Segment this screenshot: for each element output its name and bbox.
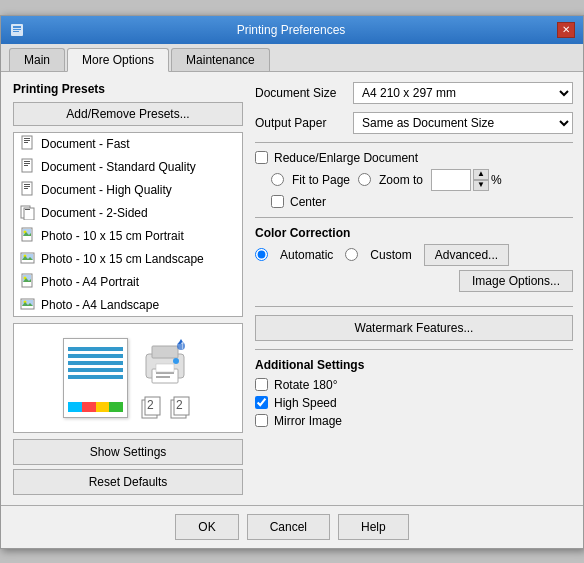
paper-stack-icon-1: 2 [139, 395, 164, 420]
tab-content: Printing Presets Add/Remove Presets... D… [1, 72, 583, 505]
show-settings-button[interactable]: Show Settings [13, 439, 243, 465]
reduce-enlarge-checkbox[interactable] [255, 151, 268, 164]
doc-icon [20, 181, 36, 200]
zoom-spinner-buttons: ▲ ▼ [473, 169, 489, 191]
list-item[interactable]: Photo - 10 x 15 cm Landscape [14, 248, 242, 271]
bottom-bar: OK Cancel Help [1, 505, 583, 548]
mirror-image-label: Mirror Image [274, 414, 342, 428]
svg-rect-14 [24, 186, 30, 187]
document-size-row: Document Size A4 210 x 297 mm [255, 82, 573, 104]
percent-label: % [491, 173, 502, 187]
fit-to-page-radio[interactable] [271, 173, 284, 186]
output-paper-label: Output Paper [255, 116, 345, 130]
presets-section-title: Printing Presets [13, 82, 243, 96]
color-correction-section: Color Correction [255, 226, 573, 240]
watermark-features-button[interactable]: Watermark Features... [255, 315, 573, 341]
main-window: Printing Preferences ✕ Main More Options… [0, 15, 584, 549]
paper-stack-icons: 2 2 [139, 395, 193, 420]
photo-icon [20, 296, 36, 315]
rotate-label: Rotate 180° [274, 378, 338, 392]
list-item[interactable]: Document - High Quality [14, 179, 242, 202]
close-button[interactable]: ✕ [557, 22, 575, 38]
svg-rect-1 [13, 26, 21, 28]
svg-rect-3 [13, 31, 19, 32]
svg-text:2: 2 [147, 398, 154, 412]
titlebar: Printing Preferences ✕ [1, 16, 583, 44]
reset-defaults-button[interactable]: Reset Defaults [13, 469, 243, 495]
print-preview: ↑ 2 2 [13, 323, 243, 433]
custom-label: Custom [370, 248, 411, 262]
svg-rect-13 [24, 184, 30, 185]
rotate-row: Rotate 180° [255, 378, 573, 392]
reduce-enlarge-label: Reduce/Enlarge Document [274, 151, 418, 165]
svg-rect-15 [24, 188, 28, 189]
center-label: Center [290, 195, 326, 209]
custom-radio[interactable] [345, 248, 358, 261]
svg-rect-10 [24, 163, 30, 164]
center-checkbox[interactable] [271, 195, 284, 208]
app-icon [9, 22, 25, 38]
color-correction-options: Automatic Custom Advanced... [255, 244, 573, 266]
printer-icon: ↑ [138, 336, 193, 391]
preset-label: Document - Standard Quality [41, 160, 196, 174]
doc-icon [20, 135, 36, 154]
ok-button[interactable]: OK [175, 514, 238, 540]
list-item[interactable]: Photo - A4 Portrait [14, 271, 242, 294]
advanced-button[interactable]: Advanced... [424, 244, 509, 266]
list-item[interactable]: Document - Standard Quality [14, 156, 242, 179]
reduce-enlarge-row: Reduce/Enlarge Document [255, 151, 573, 165]
additional-settings-section: Additional Settings [255, 358, 573, 372]
high-speed-row: High Speed [255, 396, 573, 410]
zoom-down-button[interactable]: ▼ [473, 180, 489, 191]
preset-label: Photo - A4 Landscape [41, 298, 159, 312]
svg-rect-18 [25, 209, 30, 210]
help-button[interactable]: Help [338, 514, 409, 540]
output-paper-select[interactable]: Same as Document Size [353, 112, 573, 134]
output-paper-row: Output Paper Same as Document Size [255, 112, 573, 134]
high-speed-checkbox[interactable] [255, 396, 268, 409]
tab-maintenance[interactable]: Maintenance [171, 48, 270, 71]
list-item[interactable]: Document - Fast [14, 133, 242, 156]
tab-main[interactable]: Main [9, 48, 65, 71]
add-remove-presets-button[interactable]: Add/Remove Presets... [13, 102, 243, 126]
doc-icon [20, 158, 36, 177]
svg-rect-39 [156, 376, 170, 378]
list-item[interactable]: Photo - 10 x 15 cm Portrait [14, 225, 242, 248]
preset-label: Document - 2-Sided [41, 206, 148, 220]
list-item[interactable]: Document - 2-Sided [14, 202, 242, 225]
preset-label: Document - Fast [41, 137, 130, 151]
presets-list[interactable]: Document - Fast Document - Standard Qual… [13, 132, 243, 317]
svg-rect-36 [152, 346, 178, 358]
document-size-select[interactable]: A4 210 x 297 mm [353, 82, 573, 104]
right-panel: Document Size A4 210 x 297 mm Output Pap… [255, 82, 573, 495]
svg-rect-41 [156, 364, 174, 372]
zoom-to-label: Zoom to [379, 173, 423, 187]
window-title: Printing Preferences [25, 23, 557, 37]
image-options-row: Image Options... [255, 270, 573, 298]
preset-label: Photo - 10 x 15 cm Landscape [41, 252, 204, 266]
preset-label: Photo - 10 x 15 cm Portrait [41, 229, 184, 243]
svg-text:2: 2 [176, 398, 183, 412]
mirror-image-checkbox[interactable] [255, 414, 268, 427]
zoom-to-radio[interactable] [358, 173, 371, 186]
mirror-image-row: Mirror Image [255, 414, 573, 428]
tab-bar: Main More Options Maintenance [1, 44, 583, 72]
automatic-radio[interactable] [255, 248, 268, 261]
svg-rect-11 [24, 165, 28, 166]
svg-rect-2 [13, 29, 21, 30]
svg-rect-6 [24, 140, 30, 141]
preview-colors [68, 402, 123, 412]
svg-point-40 [173, 358, 179, 364]
list-item[interactable]: Photo - A4 Landscape [14, 294, 242, 317]
zoom-value-input[interactable] [431, 169, 471, 191]
preview-paper [63, 338, 128, 418]
cancel-button[interactable]: Cancel [247, 514, 330, 540]
zoom-up-button[interactable]: ▲ [473, 169, 489, 180]
image-options-button[interactable]: Image Options... [459, 270, 573, 292]
rotate-checkbox[interactable] [255, 378, 268, 391]
paper-stack-icon-2: 2 [168, 395, 193, 420]
preset-label: Photo - A4 Portrait [41, 275, 139, 289]
fit-to-page-label: Fit to Page [292, 173, 350, 187]
tab-more-options[interactable]: More Options [67, 48, 169, 72]
photo-icon [20, 227, 36, 246]
